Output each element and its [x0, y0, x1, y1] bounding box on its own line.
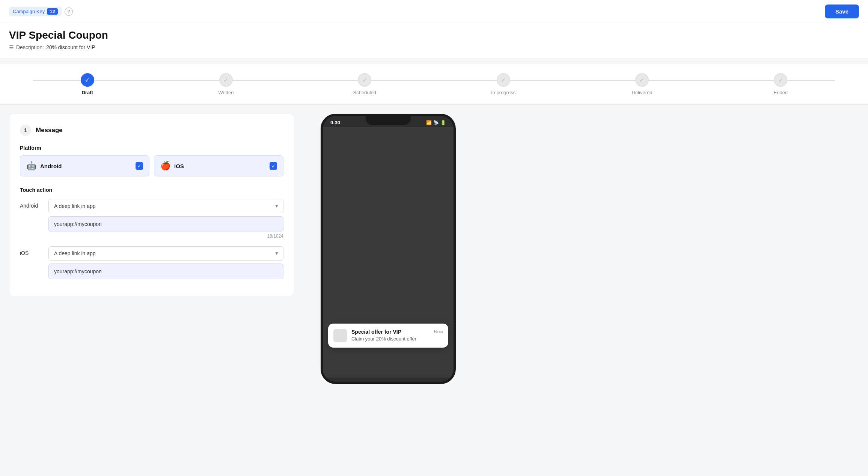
platform-label: Platform — [20, 145, 283, 151]
step-label-delivered: Delivered — [632, 90, 653, 95]
top-bar-left: Campaign Key 12 ? — [9, 7, 73, 16]
description-row: ☰ Description: 20% discount for VIP — [9, 44, 859, 50]
ios-touch-row: iOS A deep link in app Open URL Open app… — [20, 246, 283, 279]
android-icon: 🤖 — [26, 161, 36, 171]
page-title: VIP Special Coupon — [9, 29, 859, 41]
signal-icon: 📡 — [433, 120, 439, 125]
section-header: 1 Message — [20, 125, 283, 136]
android-char-count: 18/1024 — [48, 233, 283, 239]
touch-action-label: Touch action — [20, 187, 283, 193]
phone-frame: 9:30 📶 📡 🔋 Special offer for VIP Now — [321, 114, 456, 384]
android-deeplink-input[interactable] — [48, 216, 283, 232]
form-section: 1 Message Platform 🤖 Android ✓ — [9, 114, 294, 384]
notif-header: Special offer for VIP Now — [351, 329, 443, 335]
phone-screen: Special offer for VIP Now Claim your 20%… — [323, 127, 454, 378]
save-button[interactable]: Save — [825, 5, 859, 18]
notif-time: Now — [434, 329, 443, 334]
page-container: Campaign Key 12 ? Save VIP Special Coupo… — [0, 0, 868, 476]
android-name: Android — [40, 163, 62, 169]
stepper-container: ✓ Draft ✓ Written ✓ Scheduled ✓ In progr… — [0, 64, 868, 105]
android-touch-content: A deep link in app Open URL Open app Non… — [48, 199, 283, 239]
notif-content: Special offer for VIP Now Claim your 20%… — [351, 329, 443, 342]
main-content: 1 Message Platform 🤖 Android ✓ — [0, 105, 868, 393]
step-circle-delivered: ✓ — [635, 73, 649, 87]
android-touch-label: Android — [20, 199, 42, 209]
ios-select[interactable]: A deep link in app Open URL Open app Non… — [48, 246, 283, 261]
stepper: ✓ Draft ✓ Written ✓ Scheduled ✓ In progr… — [18, 73, 850, 95]
section-number: 1 — [20, 125, 31, 136]
step-circle-scheduled: ✓ — [358, 73, 371, 87]
ios-touch-label: iOS — [20, 246, 42, 256]
step-circle-written: ✓ — [219, 73, 233, 87]
notif-app-icon — [333, 329, 347, 342]
page-header: VIP Special Coupon ☰ Description: 20% di… — [0, 23, 868, 58]
notification-card: Special offer for VIP Now Claim your 20%… — [328, 324, 448, 348]
phone-notch — [366, 116, 411, 125]
android-checkbox[interactable]: ✓ — [136, 162, 143, 170]
notif-title: Special offer for VIP — [351, 329, 401, 335]
wifi-icon: 📶 — [426, 120, 432, 125]
help-icon[interactable]: ? — [65, 8, 73, 16]
ios-select-wrapper: A deep link in app Open URL Open app Non… — [48, 246, 283, 261]
step-written: ✓ Written — [157, 73, 295, 95]
top-bar: Campaign Key 12 ? Save — [0, 0, 868, 23]
phone-time: 9:30 — [330, 120, 340, 125]
campaign-key-label: Campaign Key — [13, 9, 45, 14]
notif-body: Claim your 20% discount offer — [351, 336, 443, 342]
phone-icons: 📶 📡 🔋 — [426, 120, 446, 125]
campaign-key-number: 12 — [47, 8, 57, 15]
step-label-ended: Ended — [774, 90, 788, 95]
step-inprogress: ✓ In progress — [434, 73, 573, 95]
apple-icon: 🍎 — [160, 161, 170, 171]
android-select-wrapper: A deep link in app Open URL Open app Non… — [48, 199, 283, 213]
platform-ios-card[interactable]: 🍎 iOS ✓ — [154, 155, 283, 176]
description-label: Description: — [16, 44, 44, 50]
step-label-inprogress: In progress — [491, 90, 515, 95]
campaign-key-badge: Campaign Key 12 — [9, 7, 62, 16]
section-title: Message — [36, 127, 63, 134]
description-icon: ☰ — [9, 44, 14, 50]
step-label-draft: Draft — [81, 90, 93, 95]
step-circle-inprogress: ✓ — [497, 73, 510, 87]
ios-name: iOS — [174, 163, 184, 169]
step-ended: ✓ Ended — [711, 73, 850, 95]
step-circle-ended: ✓ — [774, 73, 787, 87]
step-delivered: ✓ Delivered — [573, 73, 711, 95]
step-scheduled: ✓ Scheduled — [295, 73, 434, 95]
platform-ios-left: 🍎 iOS — [160, 161, 184, 171]
step-circle-draft: ✓ — [81, 73, 94, 87]
step-label-written: Written — [219, 90, 234, 95]
android-touch-row: Android A deep link in app Open URL Open… — [20, 199, 283, 239]
description-value: 20% discount for VIP — [46, 44, 95, 50]
platform-row: 🤖 Android ✓ 🍎 iOS ✓ — [20, 155, 283, 176]
preview-section: 9:30 📶 📡 🔋 Special offer for VIP Now — [309, 114, 467, 384]
ios-deeplink-input[interactable] — [48, 264, 283, 279]
ios-checkbox[interactable]: ✓ — [270, 162, 277, 170]
message-card: 1 Message Platform 🤖 Android ✓ — [9, 114, 294, 296]
step-label-scheduled: Scheduled — [353, 90, 376, 95]
step-draft: ✓ Draft — [18, 73, 157, 95]
platform-android-card[interactable]: 🤖 Android ✓ — [20, 155, 149, 176]
android-select[interactable]: A deep link in app Open URL Open app Non… — [48, 199, 283, 213]
ios-touch-content: A deep link in app Open URL Open app Non… — [48, 246, 283, 279]
battery-icon: 🔋 — [440, 120, 446, 125]
platform-android-left: 🤖 Android — [26, 161, 62, 171]
